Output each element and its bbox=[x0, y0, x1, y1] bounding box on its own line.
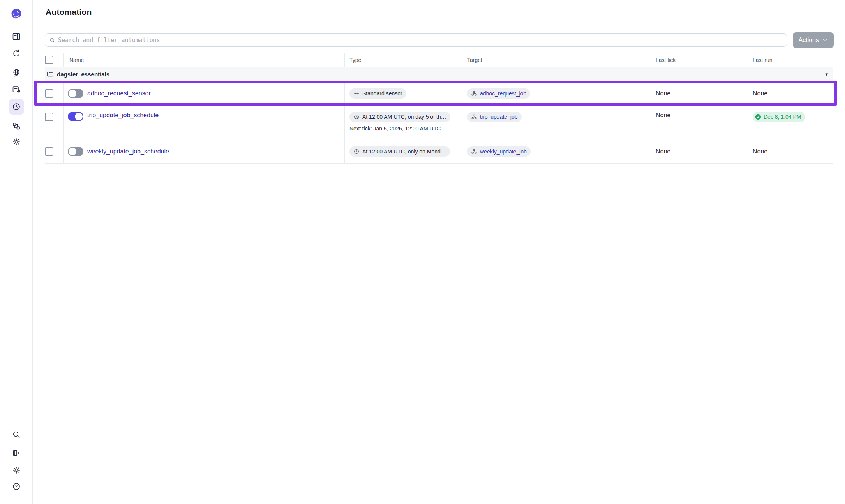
row-checkbox[interactable] bbox=[45, 147, 53, 156]
toolbar: Actions bbox=[45, 32, 834, 48]
deployment-globe-icon[interactable] bbox=[12, 68, 21, 78]
type-cell: At 12:00 AM UTC, only on Mond… bbox=[345, 139, 462, 163]
column-header-last-run: Last run bbox=[748, 53, 833, 67]
type-cell: At 12:00 AM UTC, on day 5 of th… Next ti… bbox=[345, 105, 462, 139]
toggle-knob bbox=[68, 147, 77, 156]
column-header-target: Target bbox=[462, 53, 651, 67]
column-header-name: Name bbox=[64, 53, 345, 67]
table-row: adhoc_request_sensor Standard sensor bbox=[45, 82, 833, 105]
check-circle-icon bbox=[755, 114, 761, 120]
row-checkbox-cell bbox=[45, 82, 64, 105]
column-header-type: Type bbox=[345, 53, 462, 67]
job-graph-icon bbox=[471, 90, 477, 97]
type-cell: Standard sensor bbox=[345, 82, 462, 105]
target-link[interactable]: adhoc_request_job bbox=[480, 90, 526, 97]
row-checkbox[interactable] bbox=[45, 89, 53, 98]
page-title: Automation bbox=[46, 7, 92, 17]
expand-panel-icon[interactable] bbox=[12, 448, 21, 458]
type-badge-label: Standard sensor bbox=[362, 90, 402, 97]
target-link[interactable]: trip_update_job bbox=[480, 114, 518, 120]
type-badge: At 12:00 AM UTC, on day 5 of th… bbox=[349, 112, 450, 122]
select-all-checkbox[interactable] bbox=[45, 56, 53, 64]
sidebar: ? bbox=[0, 0, 33, 504]
search-input[interactable] bbox=[58, 34, 783, 46]
automation-name-link[interactable]: weekly_update_job_schedule bbox=[87, 148, 169, 155]
last-run-cell: None bbox=[748, 139, 833, 163]
last-tick-value: None bbox=[656, 112, 670, 119]
last-tick-value: None bbox=[656, 148, 670, 155]
name-cell: weekly_update_job_schedule bbox=[64, 139, 345, 163]
actions-button[interactable]: Actions bbox=[793, 32, 834, 48]
group-row[interactable]: dagster_essentials ▾ bbox=[45, 67, 833, 82]
header-checkbox-cell bbox=[45, 53, 64, 67]
last-run-value: None bbox=[753, 90, 767, 97]
target-link[interactable]: weekly_update_job bbox=[480, 148, 527, 155]
group-label: dagster_essentials bbox=[57, 71, 109, 78]
last-tick-cell: None bbox=[651, 82, 748, 105]
target-cell: trip_update_job bbox=[462, 105, 651, 139]
folder-icon bbox=[46, 70, 54, 78]
last-tick-value: None bbox=[656, 90, 670, 97]
last-run-cell: Dec 8, 1:04 PM bbox=[748, 105, 833, 139]
sidebar-divider bbox=[9, 443, 24, 443]
dagster-octopus-logo[interactable] bbox=[10, 8, 23, 20]
lineage-graph-icon[interactable] bbox=[12, 122, 21, 131]
type-badge-label: At 12:00 AM UTC, only on Mond… bbox=[362, 148, 446, 155]
row-checkbox[interactable] bbox=[45, 113, 53, 121]
automation-clock-icon-selected[interactable] bbox=[9, 99, 24, 115]
enable-toggle[interactable] bbox=[68, 89, 83, 98]
toggle-knob bbox=[74, 112, 83, 121]
title-bar: Automation bbox=[33, 0, 845, 24]
last-run-time: Dec 8, 1:04 PM bbox=[764, 114, 801, 120]
sidebar-divider bbox=[9, 63, 24, 63]
row-checkbox-cell bbox=[45, 139, 64, 163]
target-cell: adhoc_request_job bbox=[462, 82, 651, 105]
clock-icon bbox=[353, 114, 360, 120]
job-graph-icon bbox=[471, 148, 477, 155]
enable-toggle[interactable] bbox=[68, 112, 83, 121]
row-checkbox-cell bbox=[45, 105, 64, 139]
sidebar-divider bbox=[9, 116, 24, 116]
target-cell: weekly_update_job bbox=[462, 139, 651, 163]
sensor-signal-icon bbox=[353, 90, 360, 97]
last-tick-cell: None bbox=[651, 105, 748, 139]
enable-toggle[interactable] bbox=[68, 147, 83, 156]
main-content: Automation Actions Name Type Target Last… bbox=[33, 0, 845, 164]
automation-name-link[interactable]: trip_update_job_schedule bbox=[87, 112, 159, 119]
runs-icon[interactable] bbox=[12, 49, 21, 58]
actions-button-label: Actions bbox=[799, 37, 819, 44]
job-graph-icon bbox=[471, 114, 477, 120]
jobs-icon[interactable] bbox=[12, 85, 21, 94]
name-cell: adhoc_request_sensor bbox=[64, 82, 345, 105]
last-run-success-badge[interactable]: Dec 8, 1:04 PM bbox=[753, 112, 805, 122]
search-icon[interactable] bbox=[12, 430, 21, 439]
type-badge-label: At 12:00 AM UTC, on day 5 of th… bbox=[362, 114, 446, 120]
settings-gear-icon[interactable] bbox=[12, 137, 21, 146]
settings-gear-icon[interactable] bbox=[12, 465, 21, 475]
caret-down-icon[interactable]: ▾ bbox=[825, 71, 828, 77]
help-icon[interactable]: ? bbox=[12, 482, 21, 491]
name-cell: trip_update_job_schedule bbox=[64, 105, 345, 139]
svg-text:?: ? bbox=[15, 484, 17, 489]
toggle-knob bbox=[68, 89, 77, 98]
type-badge: At 12:00 AM UTC, only on Mond… bbox=[349, 146, 450, 157]
automations-table: Name Type Target Last tick Last run dags… bbox=[45, 53, 833, 164]
search-icon bbox=[49, 37, 55, 43]
chevron-down-icon bbox=[822, 37, 828, 43]
sidebar-bottom: ? bbox=[9, 430, 24, 491]
column-header-last-tick: Last tick bbox=[651, 53, 748, 67]
automation-name-link[interactable]: adhoc_request_sensor bbox=[87, 90, 151, 97]
table-header-row: Name Type Target Last tick Last run bbox=[45, 53, 833, 67]
target-badge[interactable]: trip_update_job bbox=[467, 112, 522, 122]
target-badge[interactable]: adhoc_request_job bbox=[467, 88, 530, 99]
next-tick-text: Next tick: Jan 5, 2026, 12:00 AM UTC... bbox=[349, 125, 445, 132]
assets-icon[interactable] bbox=[12, 32, 21, 41]
table-row: trip_update_job_schedule At 12:00 AM UTC… bbox=[45, 105, 833, 139]
last-tick-cell: None bbox=[651, 139, 748, 163]
table-row: weekly_update_job_schedule At 12:00 AM U… bbox=[45, 139, 833, 164]
search-box[interactable] bbox=[45, 33, 787, 47]
target-badge[interactable]: weekly_update_job bbox=[467, 146, 531, 157]
last-run-value: None bbox=[753, 148, 767, 155]
last-run-cell: None bbox=[748, 82, 833, 105]
clock-icon bbox=[353, 148, 360, 155]
